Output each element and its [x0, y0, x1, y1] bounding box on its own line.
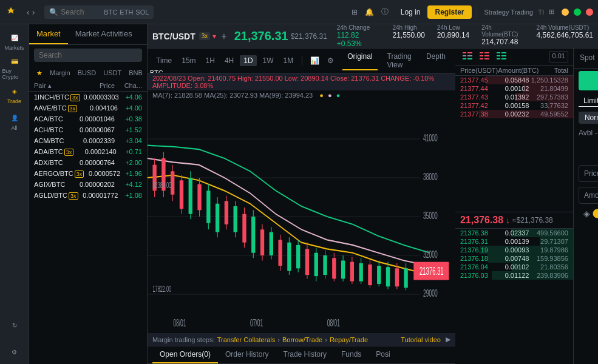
- market-row[interactable]: ACH/BTC 0.00000067 +1.52: [29, 124, 147, 135]
- nav-divider: [477, 6, 477, 18]
- pair-stats: 24h Change 112.82 +0.53% 24h High 21,550…: [337, 24, 593, 48]
- ob-tab-buy[interactable]: [494, 51, 509, 62]
- sell-order-row[interactable]: 21377.44 0.00102 21.80499: [455, 84, 573, 93]
- toolbar-15m[interactable]: 15m: [178, 55, 199, 66]
- nbr-normal[interactable]: Normal: [579, 112, 598, 124]
- sell-order-row[interactable]: 21377.45 0.05848 1,250.15328: [455, 76, 573, 84]
- candle-chart-btn[interactable]: 📊: [307, 53, 322, 68]
- amount-range-slider[interactable]: [593, 209, 598, 218]
- market-row[interactable]: ACM/BTC 0.0002339 +3.04: [29, 135, 147, 146]
- market-row[interactable]: AGLD/BTC3x 0.00001772 +1.08: [29, 190, 147, 201]
- back-arrow[interactable]: ‹: [27, 7, 30, 17]
- market-row[interactable]: 1INCH/BTC3x 0.00003303 +4.06: [29, 92, 147, 103]
- sell-order-row[interactable]: 21377.38 0.00232 49.59552: [455, 110, 573, 118]
- filter-bnb[interactable]: BNB: [126, 68, 145, 78]
- market-row[interactable]: ACA/BTC 0.00001046 +0.38: [29, 113, 147, 124]
- amount-input-row[interactable]: Amount BTC: [579, 187, 598, 204]
- sidebar-item-markets[interactable]: 📈 Markets: [2, 29, 27, 53]
- pair-price: 0.00000067: [69, 126, 115, 133]
- pair-change: +1.08: [118, 192, 142, 199]
- ob-col-amount: Amount(BTC): [498, 67, 539, 74]
- market-tab-market[interactable]: Market: [29, 24, 68, 44]
- filter-usdt[interactable]: USDT: [101, 68, 124, 78]
- buy-order-row[interactable]: 21376.03 0.01122 239.83906: [455, 271, 573, 280]
- sidebar-item-trade[interactable]: ◈ Trade: [2, 83, 27, 107]
- ot-limit[interactable]: Limit: [579, 95, 598, 107]
- market-row[interactable]: ADX/BTC 0.00000764 +2.00: [29, 157, 147, 168]
- buy-order-row[interactable]: 21376.31 0.00139 29.71307: [455, 237, 573, 246]
- buy-order-row[interactable]: 21376.04 0.00102 21.80356: [455, 263, 573, 271]
- ob-precision-selector[interactable]: 0.01: [549, 51, 568, 62]
- binance-logo[interactable]: [0, 1, 22, 23]
- settings-btn[interactable]: ⚙: [323, 53, 338, 68]
- sidebar-item-buy-crypto[interactable]: 💳 Buy Crypto: [2, 56, 27, 80]
- tutorial-video-link[interactable]: Tutorial video: [401, 336, 441, 343]
- repay-trade-link[interactable]: Repay/Trade: [330, 336, 368, 343]
- market-row[interactable]: AERGO/BTC3x 0.0000572 +1.96: [29, 168, 147, 179]
- sidebar-item-refresh[interactable]: ↻: [2, 313, 27, 337]
- tab-original[interactable]: Original: [342, 51, 377, 70]
- forward-arrow[interactable]: ›: [32, 7, 35, 17]
- tt-spot[interactable]: Spot: [574, 49, 598, 68]
- sol-filter[interactable]: SOL: [135, 8, 149, 16]
- amount-slider-row[interactable]: ◈: [579, 209, 598, 218]
- tab-trading-view[interactable]: Trading View: [382, 51, 416, 70]
- markets-icon: 📈: [8, 32, 21, 44]
- borrow-trade-link[interactable]: Borrow/Trade: [282, 336, 322, 343]
- tab-order-history[interactable]: Order History: [218, 346, 276, 363]
- tab-funds[interactable]: Funds: [334, 346, 369, 363]
- login-button[interactable]: Log in: [393, 5, 428, 19]
- sidebar-item-settings[interactable]: ⚙: [2, 340, 27, 364]
- ob-tab-all[interactable]: [460, 51, 475, 62]
- sell-order-row[interactable]: 21377.42 0.00158 33.77632: [455, 101, 573, 110]
- buy-button[interactable]: BUY: [579, 71, 598, 90]
- minimize-button[interactable]: [562, 8, 569, 16]
- toolbar-1h[interactable]: 1H: [202, 55, 219, 66]
- filter-margin[interactable]: Margin: [47, 68, 73, 78]
- pair-name: ACA/BTC: [34, 115, 69, 123]
- col-change: Cha...: [115, 82, 142, 90]
- tab-open-orders[interactable]: Open Orders(0): [152, 346, 218, 363]
- search-input[interactable]: [61, 8, 104, 16]
- register-button[interactable]: Register: [427, 5, 471, 19]
- tab-trade-history[interactable]: Trade History: [276, 346, 334, 363]
- sidebar-item-community[interactable]: 👤 All: [2, 109, 27, 133]
- search-bar[interactable]: 🔍 BTC ETH SOL: [44, 5, 154, 19]
- market-row[interactable]: AAVE/BTC3x 0.004106 +4.00: [29, 103, 147, 113]
- strategy-trading-label[interactable]: Strategy Trading: [482, 8, 536, 16]
- market-tab-activities[interactable]: Market Activities: [68, 24, 140, 44]
- pair-change: +1.52: [115, 126, 142, 133]
- bell-icon[interactable]: 🔔: [365, 8, 374, 16]
- toolbar-time[interactable]: Time: [152, 55, 175, 66]
- ob-tab-sell[interactable]: [477, 51, 492, 62]
- pair-arrow[interactable]: ▾: [212, 32, 216, 41]
- market-row[interactable]: ADA/BTC3x 0.0002140 +0.71: [29, 146, 147, 157]
- buy-order-row[interactable]: 21376.18 0.00748 159.93856: [455, 254, 573, 263]
- ma7-value: ●: [319, 92, 324, 99]
- tab-posi[interactable]: Posi: [369, 346, 397, 363]
- buy-order-row[interactable]: 21376.38 0.02337 499.56600: [455, 229, 573, 237]
- btc-filter[interactable]: BTC: [104, 8, 117, 16]
- transfer-collaterals-link[interactable]: Transfer Collaterals: [217, 336, 276, 343]
- eth-filter[interactable]: ETH: [120, 8, 133, 16]
- tab-depth[interactable]: Depth: [421, 51, 450, 70]
- filter-star[interactable]: ★: [34, 68, 45, 78]
- toolbar-1d[interactable]: 1D: [240, 55, 256, 66]
- price-input-row[interactable]: Price USDT: [579, 165, 598, 182]
- available-balance-row: Avbl - USDT ⇄: [574, 126, 598, 140]
- add-to-watchlist[interactable]: +: [221, 31, 226, 42]
- extra-icon[interactable]: ⊞: [546, 8, 557, 16]
- toolbar-4h[interactable]: 4H: [221, 55, 237, 66]
- market-row[interactable]: AGIX/BTC 0.00000202 +4.12: [29, 179, 147, 190]
- filter-busd[interactable]: BUSD: [75, 68, 99, 78]
- toolbar-1m[interactable]: 1M: [280, 55, 297, 66]
- close-button[interactable]: [586, 8, 593, 16]
- buy-order-row[interactable]: 21376.19 0.00093 19.87986: [455, 246, 573, 254]
- toolbar-1w[interactable]: 1W: [259, 55, 277, 66]
- market-search-input[interactable]: [34, 49, 142, 62]
- market-search[interactable]: [29, 45, 147, 66]
- svg-rect-123: [501, 52, 506, 53]
- sell-order-row[interactable]: 21377.43 0.01392 297.57383: [455, 93, 573, 101]
- grid-icon[interactable]: ⊞: [352, 8, 358, 16]
- maximize-button[interactable]: [574, 8, 581, 16]
